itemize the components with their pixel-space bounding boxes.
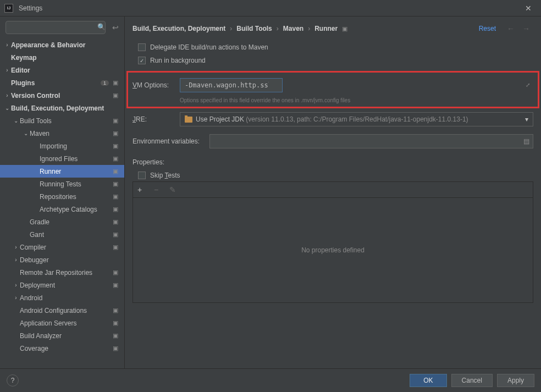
breadcrumb-part[interactable]: Build, Execution, Deployment [133, 25, 225, 32]
reset-link[interactable]: Reset [479, 25, 496, 32]
properties-label: Properties: [133, 158, 533, 166]
tree-item-compiler[interactable]: ›Compiler▣ [0, 241, 124, 253]
nav-forward-icon[interactable]: → [522, 24, 530, 33]
sidebar-back-icon[interactable]: ↩ [112, 23, 119, 32]
help-button[interactable]: ? [7, 374, 19, 387]
tree-item-label: Android [20, 294, 120, 302]
jre-value: Use Project JDK [196, 115, 246, 123]
gear-icon: ▣ [111, 281, 120, 289]
tree-item-deployment[interactable]: ›Deployment▣ [0, 279, 124, 291]
tree-arrow-icon: › [12, 282, 20, 288]
apply-button[interactable]: Apply [497, 374, 534, 387]
skip-tests-checkbox[interactable] [138, 172, 146, 179]
tree-item-label: Remote Jar Repositories [20, 269, 111, 277]
gear-icon: ▣ [111, 79, 120, 86]
tree-item-build-execution-deployment[interactable]: ⌄Build, Execution, Deployment [0, 102, 124, 114]
tree-item-label: Archetype Catalogs [40, 206, 111, 213]
settings-tree: ›Appearance & BehaviorKeymap›EditorPlugi… [0, 38, 124, 368]
expand-icon[interactable]: ⤢ [526, 82, 530, 88]
tree-item-plugins[interactable]: Plugins1▣ [0, 76, 124, 89]
tree-item-label: Keymap [11, 54, 120, 62]
chevron-right-icon: › [230, 25, 232, 32]
chevron-down-icon: ▾ [525, 115, 528, 123]
folder-icon [185, 117, 192, 123]
tree-arrow-icon: › [3, 67, 11, 73]
remove-button[interactable]: − [152, 185, 161, 194]
tree-item-running-tests[interactable]: Running Tests▣ [0, 178, 124, 190]
tree-item-label: Coverage [20, 345, 111, 352]
jre-label: JRE: [133, 115, 174, 123]
delegate-checkbox[interactable] [138, 43, 146, 51]
gear-icon: ▣ [111, 180, 120, 187]
breadcrumb-part[interactable]: Build Tools [236, 25, 272, 32]
tree-item-editor[interactable]: ›Editor [0, 64, 124, 76]
jre-path: (version 11.0.13, path: C:/Program Files… [246, 115, 468, 123]
add-button[interactable]: + [135, 185, 144, 194]
gear-icon: ▣ [111, 155, 120, 162]
properties-toolbar: + − ✎ [133, 181, 533, 197]
tree-item-android-configurations[interactable]: Android Configurations▣ [0, 304, 124, 317]
tree-item-version-control[interactable]: ›Version Control▣ [0, 89, 124, 102]
window-title: Settings [19, 4, 520, 12]
nav-back-icon[interactable]: ← [507, 24, 515, 33]
breadcrumb-part[interactable]: Runner [314, 25, 338, 32]
tree-item-gradle[interactable]: Gradle▣ [0, 216, 124, 228]
tree-item-runner[interactable]: Runner▣ [0, 165, 124, 178]
tree-item-remote-jar-repositories[interactable]: Remote Jar Repositories▣ [0, 266, 124, 279]
gear-icon: ▣ [111, 218, 120, 225]
search-input[interactable] [5, 21, 106, 34]
tree-item-debugger[interactable]: ›Debugger [0, 253, 124, 266]
tree-item-label: Build Tools [20, 117, 111, 125]
gear-icon: ▣ [111, 319, 120, 327]
properties-table: No properties defined [133, 197, 533, 303]
properties-empty: No properties defined [301, 246, 365, 254]
content: Build, Execution, Deployment › Build Too… [125, 16, 541, 368]
tree-item-repositories[interactable]: Repositories▣ [0, 190, 124, 203]
tree-item-label: Ignored Files [40, 155, 111, 163]
vm-options-label: VM Options: [133, 81, 174, 89]
tree-item-label: Compiler [20, 244, 111, 251]
tree-item-gant[interactable]: Gant▣ [0, 228, 124, 241]
gear-icon: ▣ [111, 142, 120, 150]
tree-item-label: Editor [11, 67, 120, 74]
jre-combo[interactable]: Use Project JDK (version 11.0.13, path: … [180, 112, 533, 126]
gear-icon: ▣ [111, 193, 120, 200]
tree-arrow-icon: › [12, 295, 20, 301]
tree-item-label: Repositories [40, 193, 111, 201]
tree-item-application-servers[interactable]: Application Servers▣ [0, 317, 124, 329]
run-background-checkbox[interactable] [138, 57, 146, 64]
tree-arrow-icon: › [3, 92, 11, 98]
search-icon: 🔍 [97, 23, 106, 31]
sidebar: 🔍 ↩ ›Appearance & BehaviorKeymap›EditorP… [0, 16, 125, 368]
tree-item-archetype-catalogs[interactable]: Archetype Catalogs▣ [0, 203, 124, 216]
tree-item-label: Android Configurations [20, 307, 111, 314]
tree-item-importing[interactable]: Importing▣ [0, 140, 124, 152]
gear-icon: ▣ [111, 231, 120, 238]
tree-item-label: Importing [40, 142, 111, 150]
titlebar: IJ Settings ✕ [0, 0, 541, 16]
gear-icon: ▣ [111, 206, 120, 213]
list-icon[interactable]: ▤ [523, 137, 529, 145]
gear-icon: ▣ [111, 332, 120, 339]
edit-button[interactable]: ✎ [168, 185, 177, 194]
close-button[interactable]: ✕ [520, 4, 537, 13]
tree-item-appearance-behavior[interactable]: ›Appearance & Behavior [0, 38, 124, 51]
cancel-button[interactable]: Cancel [451, 374, 493, 387]
tree-item-keymap[interactable]: Keymap [0, 51, 124, 64]
tree-item-build-tools[interactable]: ⌄Build Tools▣ [0, 114, 124, 127]
tree-item-label: Running Tests [40, 180, 111, 188]
env-input[interactable]: ▤ [209, 134, 533, 148]
tree-item-label: Build Analyzer [20, 332, 111, 340]
tree-item-ignored-files[interactable]: Ignored Files▣ [0, 152, 124, 165]
tree-item-coverage[interactable]: Coverage▣ [0, 342, 124, 355]
tree-item-build-analyzer[interactable]: Build Analyzer▣ [0, 329, 124, 342]
delegate-label: Delegate IDE build/run actions to Maven [150, 43, 268, 51]
breadcrumb-part[interactable]: Maven [283, 25, 303, 32]
ok-button[interactable]: OK [410, 374, 446, 387]
tree-item-android[interactable]: ›Android [0, 291, 124, 304]
run-background-label: Run in background [150, 57, 206, 64]
gear-icon: ▣ [111, 307, 120, 314]
tree-item-maven[interactable]: ⌄Maven▣ [0, 127, 124, 140]
vm-options-input[interactable] [180, 78, 283, 92]
gear-icon: ▣ [342, 25, 347, 32]
